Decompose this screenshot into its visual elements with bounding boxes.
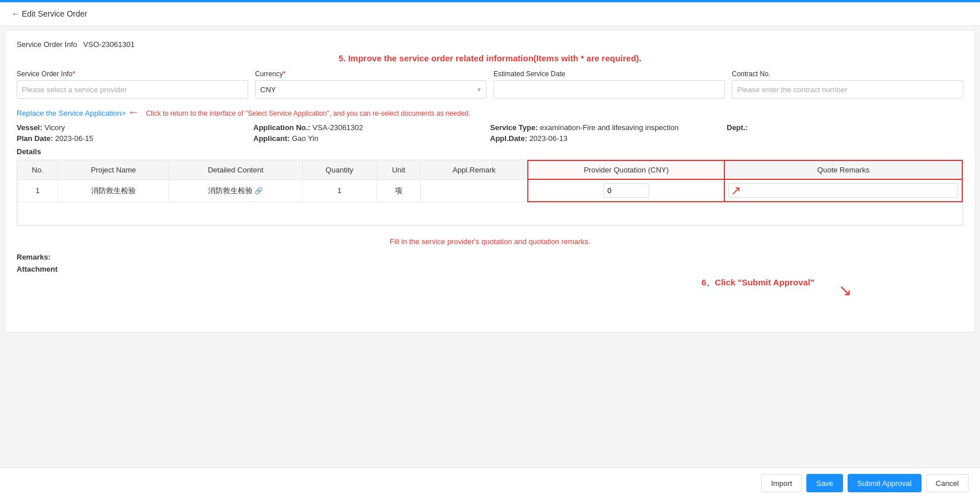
- dept-item: Dept.:: [727, 123, 963, 132]
- currency-select[interactable]: CNY USD EUR: [255, 80, 487, 99]
- contract-no-field: Contract No.: [732, 70, 963, 99]
- quote-remarks-input[interactable]: [728, 183, 958, 198]
- footer-annotation: 6、Click "Submit Approval": [701, 277, 814, 288]
- service-order-info-field: Service Order Info*: [17, 70, 248, 99]
- details-label: Details: [17, 147, 963, 156]
- details-table-container: No. Project Name Detailed Content Quanti…: [17, 159, 963, 226]
- footer-arrow-icon: ↘: [838, 281, 852, 300]
- replace-service-application-link[interactable]: Replace the Service Application>: [17, 109, 128, 117]
- col-unit: Unit: [377, 160, 420, 179]
- table-empty-row: [18, 202, 963, 225]
- col-quantity: Quantity: [302, 160, 377, 179]
- service-order-info-input[interactable]: [17, 80, 248, 99]
- col-appl-remark: Appl.Remark: [421, 160, 528, 179]
- estimated-service-date-field: Estimated Service Date: [493, 70, 725, 99]
- cell-provider-quotation: ↗: [528, 179, 724, 202]
- application-no-item: Application No.: VSA-23061302: [253, 123, 490, 132]
- cell-detailed-content: 消防救生检验 🔗: [169, 179, 302, 202]
- arrow-left-icon: ←: [128, 105, 139, 118]
- header: ← Edit Service Order: [0, 2, 980, 26]
- cell-appl-remark: [421, 179, 528, 202]
- contract-no-label: Contract No.: [732, 70, 963, 78]
- cell-quantity: 1: [302, 179, 377, 202]
- service-order-id-row: Service Order Info VSO-23061301: [17, 40, 963, 49]
- link-icon: 🔗: [254, 187, 263, 195]
- currency-select-wrapper: CNY USD EUR: [255, 80, 487, 99]
- back-label: ← Edit Service Order: [11, 9, 87, 18]
- col-provider-quotation: Provider Quotation (CNY): [528, 160, 724, 179]
- service-order-label: Service Order Info: [17, 40, 77, 49]
- remarks-row: Remarks:: [17, 253, 963, 261]
- fill-annotation: Fill in the service provider's quotation…: [17, 237, 963, 246]
- cell-unit: 项: [377, 179, 420, 202]
- back-button[interactable]: ← Edit Service Order: [11, 9, 87, 18]
- vessel-item: Vessel: Vicory: [17, 123, 253, 132]
- plan-date-item: Plan Date: 2023-06-15: [17, 134, 253, 143]
- cell-quote-remarks: [724, 179, 962, 202]
- service-type-item: Service Type: examination-Fire and lifes…: [490, 123, 727, 132]
- attachment-row: Attachment: [17, 265, 963, 273]
- arrow-to-quotation: ↗: [731, 183, 741, 198]
- currency-field: Currency* CNY USD EUR: [255, 70, 487, 99]
- col-no: No.: [18, 160, 58, 179]
- appl-date-item: Appl.Date: 2023-06-13: [490, 134, 727, 143]
- estimated-service-date-input[interactable]: [493, 80, 725, 99]
- service-order-id: VSO-23061301: [83, 40, 135, 49]
- col-project-name: Project Name: [58, 160, 169, 179]
- details-table: No. Project Name Detailed Content Quanti…: [17, 160, 963, 225]
- instruction-text: 5. Improve the service order related inf…: [17, 53, 963, 63]
- col-detailed-content: Detailed Content: [169, 160, 302, 179]
- quotation-input[interactable]: [603, 183, 649, 198]
- currency-label: Currency*: [255, 70, 487, 78]
- cell-project-name: 消防救生检验: [58, 179, 169, 202]
- replace-link-row: Replace the Service Application> ← Click…: [17, 105, 963, 119]
- col-quote-remarks: Quote Remarks: [724, 160, 962, 179]
- main-content: Service Order Info VSO-23061301 5. Impro…: [5, 30, 975, 332]
- contract-no-input[interactable]: [732, 80, 963, 99]
- bottom-annotation-area: 6、Click "Submit Approval" ↘: [17, 277, 963, 323]
- service-order-info-label: Service Order Info*: [17, 70, 248, 78]
- applicant-item: Applicant: Gao Yin: [253, 134, 490, 143]
- vessel-info-grid: Vessel: Vicory Application No.: VSA-2306…: [17, 123, 963, 143]
- replace-link-annotation: Click to return to the interface of "Sel…: [146, 109, 471, 117]
- table-row: 1 消防救生检验 消防救生检验 🔗 1 项 ↗: [18, 179, 963, 202]
- dept-empty: [727, 134, 963, 143]
- estimated-service-date-label: Estimated Service Date: [493, 70, 725, 78]
- form-row: Service Order Info* Currency* CNY USD EU…: [17, 70, 963, 99]
- cell-no: 1: [18, 179, 58, 202]
